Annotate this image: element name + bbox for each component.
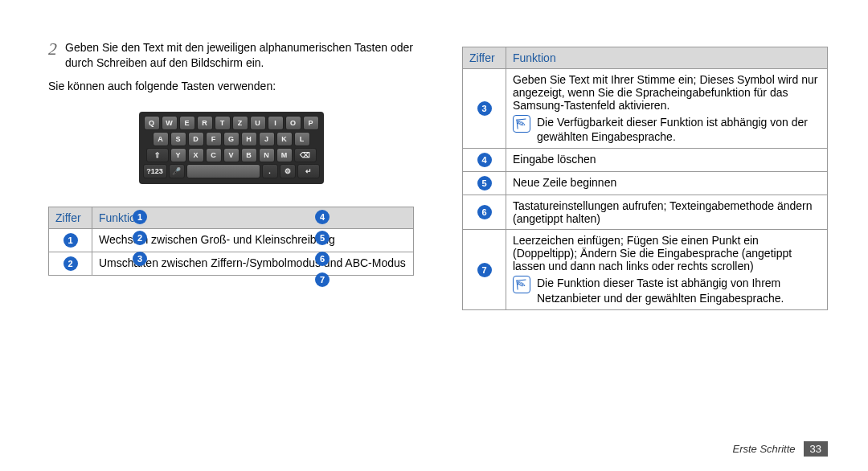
key: G <box>223 132 240 146</box>
key: N <box>259 148 275 162</box>
number-badge: 5 <box>477 176 492 190</box>
key: K <box>276 132 293 146</box>
key <box>186 164 260 178</box>
right-column: Ziffer Funktion 3Geben Sie Text mit Ihre… <box>462 40 828 310</box>
page: 2 Geben Sie den Text mit den jeweiligen … <box>0 0 868 334</box>
key: C <box>206 148 222 162</box>
key: F <box>206 132 222 146</box>
col-header-ziffer: Ziffer <box>463 47 506 69</box>
function-text: Tastatureinstellungen aufrufen; Texteing… <box>513 199 821 225</box>
callout-6: 6 <box>315 252 330 266</box>
key: R <box>197 116 213 130</box>
number-badge: 4 <box>477 153 492 167</box>
table-row: 4Eingabe löschen <box>463 149 828 172</box>
key: E <box>179 116 195 130</box>
function-cell: Neue Zeile beginnen <box>506 172 828 195</box>
key: L <box>294 132 310 146</box>
function-cell: Geben Sie Text mit Ihrer Stimme ein; Die… <box>506 69 828 149</box>
key: W <box>162 116 178 130</box>
key: ⌫ <box>294 148 317 162</box>
keyboard-illustration: QWERTZUIOP ASDFGHJKL ⇧YXCVBNM⌫ ?123🎤.⚙↵ … <box>48 104 414 200</box>
note-text: Die Verfügbarkeit dieser Funktion ist ab… <box>537 115 821 144</box>
key: Z <box>232 116 248 130</box>
note-icon <box>513 276 530 293</box>
callout-4: 4 <box>315 210 330 224</box>
step-text: Geben Sie den Text mit den jeweiligen al… <box>65 40 414 71</box>
footer-section: Erste Schritte <box>733 443 796 455</box>
key: B <box>241 148 257 162</box>
function-text: Eingabe löschen <box>513 153 821 166</box>
key: I <box>268 116 284 130</box>
key: J <box>259 132 275 146</box>
key: O <box>285 116 301 130</box>
function-text: Neue Zeile beginnen <box>513 176 821 189</box>
callout-3: 3 <box>133 252 147 266</box>
key: ⚙ <box>280 164 296 178</box>
key: V <box>223 148 240 162</box>
key: M <box>276 148 293 162</box>
key: ?123 <box>143 164 167 178</box>
note-icon <box>513 115 530 133</box>
key: ⇧ <box>146 148 169 162</box>
keyboard: QWERTZUIOP ASDFGHJKL ⇧YXCVBNM⌫ ?123🎤.⚙↵ <box>139 112 324 184</box>
number-badge: 3 <box>477 101 492 116</box>
callout-5: 5 <box>315 231 330 245</box>
function-table-right: Ziffer Funktion 3Geben Sie Text mit Ihre… <box>462 47 828 310</box>
key: 🎤 <box>169 164 185 178</box>
number-badge: 1 <box>63 233 78 248</box>
number-badge: 6 <box>477 205 492 219</box>
function-cell: Leerzeichen einfügen; Fügen Sie einen Pu… <box>506 230 828 309</box>
page-footer: Erste Schritte 33 <box>733 441 829 457</box>
note-row: Die Funktion dieser Taste ist abhängig v… <box>513 276 821 305</box>
body-text: Sie können auch folgende Tasten verwende… <box>48 79 414 94</box>
table-row: 5Neue Zeile beginnen <box>463 172 828 195</box>
key: U <box>250 116 266 130</box>
callout-1: 1 <box>133 210 147 224</box>
key: S <box>170 132 186 146</box>
note-text: Die Funktion dieser Taste ist abhängig v… <box>537 276 821 305</box>
number-badge: 2 <box>63 256 78 271</box>
table-row: 3Geben Sie Text mit Ihrer Stimme ein; Di… <box>463 69 828 149</box>
key: Q <box>144 116 160 130</box>
key: D <box>188 132 204 146</box>
instruction-step: 2 Geben Sie den Text mit den jeweiligen … <box>48 40 414 71</box>
key: H <box>241 132 257 146</box>
function-text: Leerzeichen einfügen; Fügen Sie einen Pu… <box>513 234 821 272</box>
key: ↵ <box>297 164 320 178</box>
key: X <box>188 148 204 162</box>
key: A <box>153 132 169 146</box>
key: P <box>303 116 319 130</box>
function-cell: Eingabe löschen <box>506 149 828 172</box>
function-text: Geben Sie Text mit Ihrer Stimme ein; Die… <box>513 73 821 112</box>
table-row: 2Umschalten zwischen Ziffern-/Symbolmodu… <box>49 252 414 275</box>
callout-7: 7 <box>315 272 330 287</box>
table-row: 6Tastatureinstellungen aufrufen; Textein… <box>463 195 828 230</box>
function-cell: Tastatureinstellungen aufrufen; Texteing… <box>506 195 828 230</box>
footer-page-number: 33 <box>804 441 828 457</box>
left-column: 2 Geben Sie den Text mit den jeweiligen … <box>48 40 414 310</box>
function-table-left: Ziffer Funktion 1Wechseln zwischen Groß-… <box>48 207 414 276</box>
table-row: 1Wechseln zwischen Groß- und Kleinschrei… <box>49 228 414 252</box>
table-row: 7Leerzeichen einfügen; Fügen Sie einen P… <box>463 230 828 309</box>
number-badge: 7 <box>477 263 492 277</box>
key: T <box>215 116 231 130</box>
col-header-ziffer: Ziffer <box>49 207 92 228</box>
key: . <box>262 164 278 178</box>
note-row: Die Verfügbarkeit dieser Funktion ist ab… <box>513 115 821 144</box>
step-number: 2 <box>48 40 57 58</box>
callout-2: 2 <box>133 231 147 245</box>
key: Y <box>170 148 186 162</box>
col-header-funktion: Funktion <box>506 47 828 69</box>
